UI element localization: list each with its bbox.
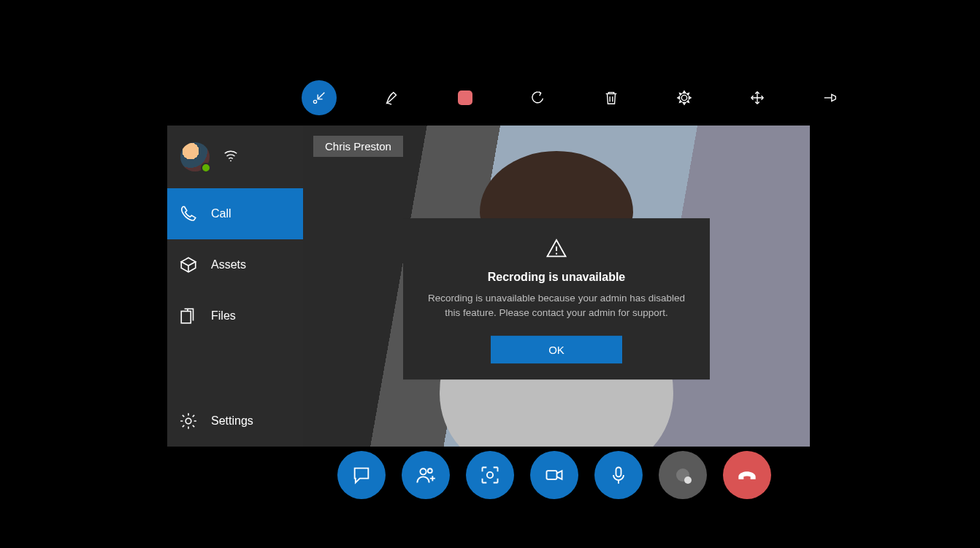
call-controls — [337, 451, 771, 499]
svg-point-8 — [487, 472, 493, 478]
pin-icon[interactable] — [813, 80, 848, 115]
avatar[interactable] — [180, 142, 210, 171]
warning-icon — [419, 237, 694, 262]
record-dot-icon — [676, 468, 689, 482]
annotation-toolbar — [302, 80, 848, 115]
sidebar-item-label: Assets — [211, 258, 246, 271]
signal-icon — [223, 147, 239, 166]
video-feed: Chris Preston Recroding is unavailable R… — [303, 126, 810, 447]
dialog-body: Recording is unavailable because your ad… — [419, 291, 694, 320]
sidebar-header — [167, 126, 303, 188]
sidebar-item-settings[interactable]: Settings — [167, 395, 303, 447]
svg-rect-9 — [547, 471, 557, 479]
caller-name-tag: Chris Preston — [313, 136, 403, 157]
sidebar-item-assets[interactable]: Assets — [167, 239, 303, 290]
svg-point-4 — [185, 418, 191, 424]
sidebar-item-label: Files — [211, 309, 236, 323]
svg-point-6 — [420, 468, 426, 474]
camera-capture-button[interactable] — [466, 451, 514, 499]
record-button[interactable] — [659, 451, 707, 499]
delete-icon[interactable] — [594, 80, 629, 115]
add-people-button[interactable] — [402, 451, 450, 499]
svg-point-7 — [428, 468, 432, 473]
record-icon[interactable] — [448, 80, 483, 115]
presence-badge — [201, 163, 211, 173]
svg-point-0 — [313, 100, 316, 103]
hang-up-button[interactable] — [723, 451, 771, 499]
svg-point-1 — [681, 95, 686, 100]
call-panel: Call Assets Files Settings Chris Preston… — [167, 126, 810, 447]
sidebar-item-label: Call — [211, 207, 231, 220]
arrow-in-icon[interactable] — [302, 80, 337, 115]
video-button[interactable] — [530, 451, 578, 499]
svg-rect-10 — [616, 468, 621, 477]
undo-icon[interactable] — [521, 80, 556, 115]
ok-button[interactable]: OK — [491, 336, 622, 363]
move-icon[interactable] — [740, 80, 775, 115]
sidebar-item-files[interactable]: Files — [167, 290, 303, 341]
settings-ring-icon[interactable] — [667, 80, 702, 115]
sidebar: Call Assets Files Settings — [167, 126, 303, 447]
pen-icon[interactable] — [375, 80, 410, 115]
svg-point-5 — [556, 253, 557, 255]
mic-button[interactable] — [594, 451, 643, 499]
dialog-title: Recroding is unavailable — [419, 271, 694, 284]
svg-rect-3 — [181, 312, 191, 323]
sidebar-item-call[interactable]: Call — [167, 188, 303, 239]
recording-unavailable-dialog: Recroding is unavailable Recording is un… — [403, 218, 710, 379]
sidebar-item-label: Settings — [211, 414, 253, 428]
svg-point-2 — [230, 160, 231, 161]
chat-button[interactable] — [337, 451, 386, 499]
